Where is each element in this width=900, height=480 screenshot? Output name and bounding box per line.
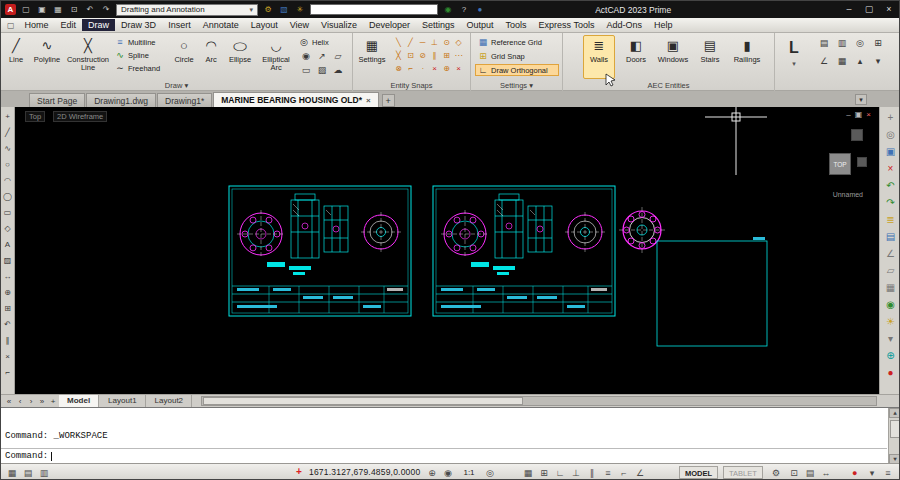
workspace-switch-icon[interactable]: ▤	[803, 466, 817, 480]
panel-down-icon[interactable]: ▾	[871, 55, 885, 68]
menu-express-tools[interactable]: Express Tools	[533, 19, 601, 31]
tab-marine-bearing-housing-old[interactable]: MARINE BEARING HOUSING OLD* ×	[213, 92, 378, 107]
prev-layout-icon[interactable]: ‹	[15, 397, 25, 406]
grid-display-icon[interactable]: ▦	[5, 466, 19, 480]
tab-model[interactable]: Model	[59, 395, 99, 407]
ortho-toggle-icon[interactable]: ∟	[553, 466, 567, 480]
settings-group-label[interactable]: Settings ▾	[471, 81, 562, 91]
grid-snap-toggle[interactable]: ⊞ Grid Snap	[475, 50, 559, 62]
snap-from-icon[interactable]: ⌐	[405, 62, 416, 73]
command-search-input[interactable]	[310, 4, 438, 15]
hatch-tool-icon[interactable]: ▨	[2, 253, 14, 269]
helix-button[interactable]: ◎ Helix	[299, 36, 329, 48]
views-menu-icon[interactable]: ▾	[882, 330, 900, 347]
menu-insert[interactable]: Insert	[162, 19, 197, 31]
boundary-icon[interactable]: ▭	[299, 64, 313, 77]
tablet-button[interactable]: TABLET	[723, 466, 763, 479]
maximize-button[interactable]: ▢	[861, 3, 877, 16]
properties-panel-icon[interactable]: ▤	[882, 228, 900, 245]
annotation-scale-value[interactable]: 1:1	[459, 466, 479, 480]
sheet-drawing-1[interactable]	[229, 186, 411, 316]
snap-none-icon[interactable]: ×	[453, 62, 464, 73]
doors-button[interactable]: ◧ Doors	[621, 35, 651, 79]
snap-settings-button[interactable]: ▦ Settings	[357, 35, 387, 79]
flange-part[interactable]	[619, 207, 665, 253]
polyline-tool-icon[interactable]: ∿	[2, 141, 14, 157]
command-scrollbar[interactable]: ▲ ▼	[888, 408, 900, 464]
snap-perpendicular-icon[interactable]: ⊥	[429, 36, 440, 47]
grid-toggle-icon[interactable]: ▦	[521, 466, 535, 480]
render-icon[interactable]: ◉	[882, 296, 900, 313]
offset-tool-icon[interactable]: ∥	[2, 333, 14, 349]
rectangle-tool-icon[interactable]: ▭	[2, 205, 14, 221]
sun-light-icon[interactable]: ☀	[882, 313, 900, 330]
model-space-button[interactable]: MODEL	[679, 466, 718, 479]
viewport-control-visual-style[interactable]: 2D Wireframe	[53, 111, 107, 122]
scroll-up-icon[interactable]: ▲	[889, 408, 900, 418]
menu-home[interactable]: Home	[19, 19, 55, 31]
pointer-tool-icon[interactable]: +	[2, 109, 14, 125]
railings-button[interactable]: ▮ Railings	[729, 35, 765, 79]
ray-icon[interactable]: ↗	[315, 50, 329, 63]
revision-cloud-icon[interactable]: ☁	[331, 64, 345, 77]
menu-draw[interactable]: Draw	[82, 19, 115, 31]
customize-icon[interactable]: ≡	[881, 466, 895, 480]
ellipse-tool-icon[interactable]: ◯	[2, 189, 14, 205]
annotation-scale-icon[interactable]: ◉	[441, 466, 455, 480]
polar-toggle-icon[interactable]: ⊥	[569, 466, 583, 480]
view-undo-icon[interactable]: ↶	[882, 177, 900, 194]
stairs-button[interactable]: ▤ Stairs	[695, 35, 725, 79]
menu-output[interactable]: Output	[460, 19, 499, 31]
quick-view-icon[interactable]: ⊡	[787, 466, 801, 480]
snap-center-icon[interactable]: ⊙	[441, 36, 452, 47]
command-input-row[interactable]: Command:	[1, 448, 887, 461]
record-indicator-icon[interactable]: ●	[852, 468, 857, 478]
zoom-window-icon[interactable]: ▣	[882, 143, 900, 160]
line-button[interactable]: ╱ Line	[3, 35, 29, 79]
snap-extension-icon[interactable]: ⋯	[453, 49, 464, 60]
arc-tool-icon[interactable]: ◠	[2, 173, 14, 189]
snap-display-icon[interactable]: ▤	[21, 466, 35, 480]
zoom-realtime-icon[interactable]: ◎	[882, 126, 900, 143]
fullscreen-icon[interactable]: ↔	[819, 466, 833, 480]
layer-tool-button[interactable]: L ▾	[779, 36, 809, 78]
group-icon[interactable]: ⊞	[871, 37, 885, 50]
menu-visualize[interactable]: Visualize	[315, 19, 363, 31]
menu-help[interactable]: Help	[648, 19, 679, 31]
viewcube-top-face[interactable]: TOP	[829, 153, 851, 175]
minimize-button[interactable]: –	[841, 3, 857, 16]
snap-mid-between-icon[interactable]: ∙	[417, 62, 428, 73]
polygon-tool-icon[interactable]: ◇	[2, 221, 14, 237]
menu-draw-3d[interactable]: Draw 3D	[115, 19, 162, 31]
aec-entities-group-label[interactable]: AEC Entities	[563, 81, 774, 91]
erase-icon[interactable]: ×	[882, 160, 900, 177]
match-properties-icon[interactable]: ▤	[817, 37, 831, 50]
menu-edit[interactable]: Edit	[55, 19, 83, 31]
isolate-icon[interactable]: ◎	[853, 37, 867, 50]
viewport-control-view[interactable]: Top	[25, 111, 45, 122]
menu-annotate[interactable]: Annotate	[197, 19, 245, 31]
distance-icon[interactable]: ∠	[882, 245, 900, 262]
elliptical-arc-button[interactable]: ◡ Elliptical Arc	[257, 35, 295, 79]
windows-button[interactable]: ▣ Windows	[655, 35, 691, 79]
snap-intersection-icon[interactable]: ╳	[393, 49, 404, 60]
menu-add-ons[interactable]: Add-Ons	[600, 19, 648, 31]
reference-grid-toggle[interactable]: ▦ Reference Grid	[475, 36, 559, 48]
settings-gear-icon[interactable]: ⚙	[769, 466, 783, 480]
measure-icon[interactable]: ∠	[817, 55, 831, 68]
snap-nearest-icon[interactable]: ─	[417, 36, 428, 47]
layer-manager-icon[interactable]: ≣	[882, 211, 900, 228]
ellipse-button[interactable]: ◯ Ellipse	[225, 35, 255, 79]
multiline-button[interactable]: ≡ Multiline	[115, 36, 156, 48]
construction-line-button[interactable]: ╳ Construction Line	[65, 35, 111, 79]
license-icon[interactable]: ◉	[442, 3, 454, 16]
menu-developer[interactable]: Developer	[363, 19, 416, 31]
tab-drawing1-dwg[interactable]: Drawing1.dwg	[86, 93, 156, 107]
move-tool-icon[interactable]: ⊕	[2, 285, 14, 301]
zoom-extents-icon[interactable]: ⊕	[425, 466, 439, 480]
trim-tool-icon[interactable]: ×	[2, 349, 14, 365]
new-file-icon[interactable]: ▢	[20, 3, 32, 16]
tab-layout1[interactable]: Layout1	[100, 395, 145, 407]
snap-node-icon[interactable]: ⊡	[405, 49, 416, 60]
display-settings-icon[interactable]: ▧	[278, 3, 290, 16]
